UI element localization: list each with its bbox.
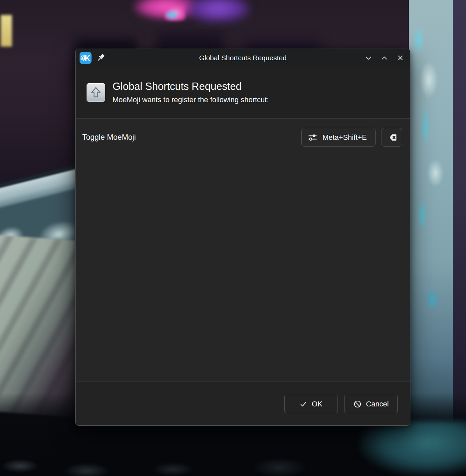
wallpaper-neon-purple xyxy=(186,0,251,23)
chevron-up-icon xyxy=(379,53,390,63)
titlebar[interactable]: K Global Shortcuts Requested xyxy=(76,49,410,67)
close-button[interactable] xyxy=(395,52,406,64)
header-text: Global Shortcuts Requested MoeMoji wants… xyxy=(113,81,269,104)
chevron-down-icon xyxy=(363,53,374,63)
svg-text:K: K xyxy=(85,54,91,62)
dialog-subtitle: MoeMoji wants to register the following … xyxy=(113,96,269,104)
pin-icon xyxy=(96,53,106,63)
check-icon xyxy=(300,400,308,408)
prohibition-icon xyxy=(353,400,362,408)
shortcut-row: Toggle MoeMoji Meta+Shift+E xyxy=(82,128,402,147)
global-shortcuts-dialog: K Global Shortcuts Requested xyxy=(75,49,410,426)
pin-button[interactable] xyxy=(96,52,107,64)
cancel-button-label: Cancel xyxy=(366,400,389,408)
dialog-footer: OK Cancel xyxy=(76,381,410,425)
wallpaper-lit-window xyxy=(1,15,12,47)
dialog-header: Global Shortcuts Requested MoeMoji wants… xyxy=(76,67,410,118)
backspace-icon xyxy=(386,132,397,142)
ok-button-label: OK xyxy=(312,400,323,408)
dialog-heading: Global Shortcuts Requested xyxy=(113,81,269,93)
dialog-content: Toggle MoeMoji Meta+Shift+E xyxy=(76,119,410,381)
shift-key-icon xyxy=(87,83,105,102)
clear-shortcut-button[interactable] xyxy=(381,128,402,147)
shortcut-action-label: Toggle MoeMoji xyxy=(82,133,301,142)
minimize-button[interactable] xyxy=(363,52,374,64)
close-icon xyxy=(395,53,406,63)
kde-logo-icon[interactable]: K xyxy=(80,52,92,64)
shortcut-button[interactable]: Meta+Shift+E xyxy=(301,128,376,147)
maximize-button[interactable] xyxy=(379,52,390,64)
wallpaper-neon-cyan xyxy=(164,9,180,21)
sliders-icon xyxy=(308,132,318,142)
shortcut-button-label: Meta+Shift+E xyxy=(323,133,367,142)
ok-button[interactable]: OK xyxy=(284,395,338,413)
cancel-button[interactable]: Cancel xyxy=(344,395,398,413)
wallpaper-rubble xyxy=(0,436,466,476)
window-title: Global Shortcuts Requested xyxy=(76,54,410,62)
